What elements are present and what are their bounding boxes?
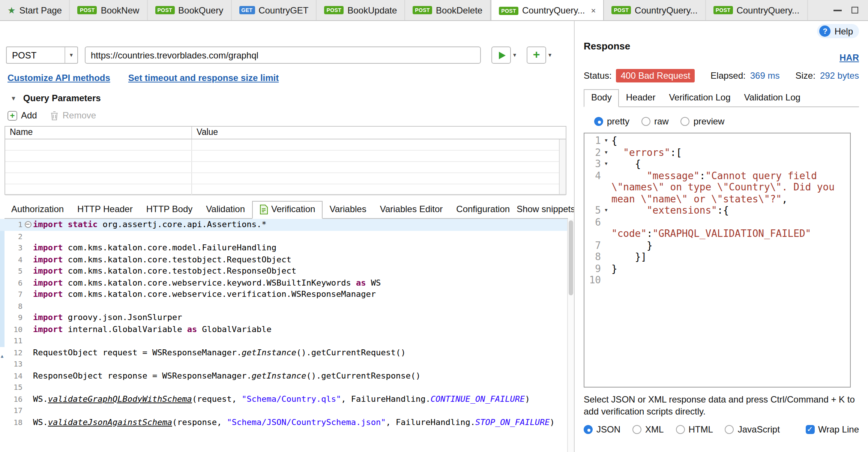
add-parameter-button[interactable]: + Add [8,110,37,121]
code-line: 16WS.validateGraphQLBodyWithSchema(reque… [0,393,574,405]
remove-parameter-button[interactable]: Remove [51,110,96,121]
table-row[interactable] [5,173,566,184]
collapse-fold-icon[interactable]: ▾ [601,158,611,170]
tab-label: Variables [329,204,366,214]
view-mode-preview-radio[interactable]: preview [681,116,725,127]
language-html-radio[interactable]: HTML [676,424,713,435]
send-options-chevron-icon[interactable]: ▾ [513,52,516,58]
collapse-fold-icon[interactable]: ▾ [601,135,611,147]
fold-toggle[interactable]: − [23,219,33,230]
tab-countryquery[interactable]: POSTCountryQuery...× [491,0,604,20]
response-line: 7 } [584,239,850,251]
tab-bookupdate[interactable]: POSTBookUpdate [317,0,405,20]
value-cell[interactable] [192,139,566,150]
table-row[interactable] [5,162,566,173]
tab-label: BookNew [101,5,140,15]
value-cell[interactable] [192,184,566,195]
minimize-window-icon[interactable] [833,9,842,11]
show-snippets-link[interactable]: Show snippets [517,204,574,218]
value-cell[interactable] [192,173,566,184]
language-javascript-radio[interactable]: JavaScript [725,424,780,435]
name-cell[interactable] [5,151,192,161]
fold-spacer [23,300,33,312]
tab-label: HTTP Body [146,204,193,214]
wrap-line-checkbox[interactable]: ✓Wrap Line [805,424,859,435]
tab-validation[interactable]: Validation [199,202,252,218]
customize-api-methods-link[interactable]: Customize API methods [8,73,110,83]
line-number: 14 [6,370,23,382]
method-dropdown[interactable]: POST ▾ [6,46,78,64]
name-cell[interactable] [5,139,192,150]
tab-header[interactable]: Header [619,90,662,106]
value-cell[interactable] [192,151,566,161]
code-text: RequestObject request = WSResponseManage… [33,347,405,358]
name-cell[interactable] [5,162,192,172]
fold-spacer [23,323,33,335]
main-content: POST ▾ ▾ + ▾ Customize API methods Set t… [0,21,868,452]
code-text: import com.kms.katalon.core.webservice.v… [33,289,376,300]
response-body-viewer[interactable]: 1▾{2▾ "errors":[3▾ {4 "message":"Cannot … [584,133,851,388]
collapse-fold-icon[interactable]: − [24,221,31,228]
collapse-triangle-icon[interactable]: ▼ [11,95,17,102]
tab-body[interactable]: Body [584,89,619,107]
view-mode-raw-radio[interactable]: raw [641,116,669,127]
fold-spacer [601,239,611,251]
request-tab-bar: AuthorizationHTTP HeaderHTTP BodyValidat… [5,202,568,219]
collapse-fold-icon[interactable]: ▾ [601,147,611,158]
add-request-button[interactable]: + [527,46,546,64]
tab-label: BookQuery [178,5,223,15]
line-number: 8 [6,300,23,312]
request-links: Customize API methods Set timeout and re… [8,73,568,83]
tab-countryquery[interactable]: POSTCountryQuery... [706,0,808,20]
editor-scrollbar[interactable] [567,219,574,452]
name-cell[interactable] [5,173,192,184]
help-button[interactable]: ? Help [817,24,859,38]
tab-configuration[interactable]: Configuration [449,202,517,218]
tab-verification-log[interactable]: Verification Log [662,90,737,106]
line-number: 3 [6,242,23,254]
tab-authorization[interactable]: Authorization [5,202,71,218]
language-json-radio[interactable]: JSON [584,424,620,435]
tab-countryget[interactable]: GETCountryGET [231,0,317,20]
tab-verification[interactable]: Verification [252,201,323,219]
language-xml-radio[interactable]: XML [632,424,664,435]
response-line: 6 "code":"GRAPHQL_VALIDATION_FAILED" [584,216,850,239]
har-link[interactable]: HAR [839,52,859,63]
line-number: 13 [6,358,23,370]
tab-bookquery[interactable]: POSTBookQuery [147,0,231,20]
tab-http-body[interactable]: HTTP Body [140,202,200,218]
play-icon [499,51,505,59]
fold-spacer [23,277,33,289]
tab-variables[interactable]: Variables [323,202,373,218]
table-row[interactable] [5,151,566,162]
add-options-chevron-icon[interactable]: ▾ [548,52,551,58]
table-row[interactable] [5,184,566,196]
url-input[interactable] [85,46,481,64]
value-cell[interactable] [192,162,566,172]
column-header-name: Name [5,127,192,139]
fold-spacer [23,405,33,416]
view-mode-pretty-radio[interactable]: pretty [594,116,629,127]
tab-bookdelete[interactable]: POSTBookDelete [405,0,491,20]
fold-spacer [23,230,33,242]
tab-variables-editor[interactable]: Variables Editor [373,202,450,218]
send-request-button[interactable] [491,46,511,64]
tab-countryquery[interactable]: POSTCountryQuery... [604,0,706,20]
table-row[interactable] [5,139,566,151]
maximize-window-icon[interactable] [851,7,858,13]
close-tab-icon[interactable]: × [591,6,596,15]
name-cell[interactable] [5,184,192,195]
code-editor[interactable]: 1−import static org.assertj.core.api.Ass… [0,219,574,452]
post-badge: POST [78,6,97,14]
scrollbar-thumb[interactable] [569,220,573,295]
tab-start-page[interactable]: ★Start Page [0,0,70,20]
tab-booknew[interactable]: POSTBookNew [70,0,147,20]
collapse-fold-icon[interactable]: ▾ [601,205,611,216]
tab-validation-log[interactable]: Validation Log [737,90,807,106]
line-number: 7 [6,289,23,300]
tab-http-header[interactable]: HTTP Header [71,202,140,218]
table-scrollbar[interactable] [559,139,566,194]
code-line: 3import com.kms.katalon.core.model.Failu… [0,242,574,254]
line-number: 8 [584,251,601,263]
set-timeout-link[interactable]: Set timeout and response size limit [128,73,279,83]
